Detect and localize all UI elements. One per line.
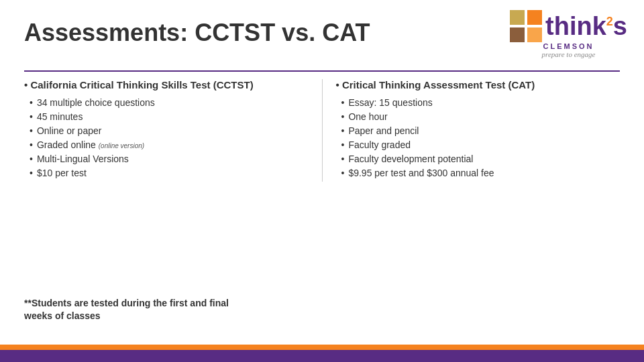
logo-top-row: think2s xyxy=(510,10,627,42)
content-area: • California Critical Thinking Skills Te… xyxy=(24,79,620,182)
right-bullet-main: • xyxy=(336,79,342,90)
online-version-note: (online version) xyxy=(99,142,144,149)
left-column-header: • California Critical Thinking Skills Te… xyxy=(24,79,309,90)
brown-square xyxy=(510,27,525,42)
logo-superscript: 2 xyxy=(606,15,613,28)
list-item: Faculty graded xyxy=(341,139,621,150)
logo-squares-block xyxy=(510,10,542,42)
slide: think2s CLEMSON prepare to engage Assess… xyxy=(0,0,644,362)
right-column-list: Essay: 15 questions One hour Paper and p… xyxy=(336,97,621,178)
title-divider xyxy=(24,70,620,72)
logo-text-block: think2s xyxy=(545,15,627,38)
light-orange-square xyxy=(527,27,542,42)
left-column-list: 34 multiple choice questions 45 minutes … xyxy=(24,97,309,178)
left-column: • California Critical Thinking Skills Te… xyxy=(24,79,322,182)
list-item: Multi-Lingual Versions xyxy=(30,154,309,164)
left-column-header-text: California Critical Thinking Skills Test… xyxy=(30,79,253,90)
list-item: Online or paper xyxy=(30,125,309,136)
logo: think2s CLEMSON prepare to engage xyxy=(510,10,627,58)
list-item: $10 per test xyxy=(30,168,309,178)
purple-bar xyxy=(0,350,644,362)
logo-slogan: prepare to engage xyxy=(542,50,596,58)
list-item: 34 multiple choice questions xyxy=(30,97,309,108)
list-item: Paper and pencil xyxy=(341,125,621,136)
right-column-header-text: Critical Thinking Assessment Test (CAT) xyxy=(342,79,535,90)
orange-bar xyxy=(0,345,644,350)
logo-word: think2s xyxy=(545,15,627,38)
right-column: • Critical Thinking Assessment Test (CAT… xyxy=(322,79,621,182)
right-column-header: • Critical Thinking Assessment Test (CAT… xyxy=(336,79,621,90)
gold-square xyxy=(510,10,525,25)
footer-note: **Students are tested during the first a… xyxy=(24,297,229,323)
left-bullet-main: • xyxy=(24,79,30,90)
page-title: Assessments: CCTST vs. CAT xyxy=(24,19,370,47)
list-item: Graded online (online version) xyxy=(30,139,309,150)
list-item: $9.95 per test and $300 annual fee xyxy=(341,168,621,178)
logo-brand: CLEMSON xyxy=(543,42,594,50)
list-item: Essay: 15 questions xyxy=(341,97,621,108)
list-item: One hour xyxy=(341,111,621,122)
list-item: Faculty development potential xyxy=(341,154,621,164)
orange-square xyxy=(527,10,542,25)
list-item: 45 minutes xyxy=(30,111,309,122)
